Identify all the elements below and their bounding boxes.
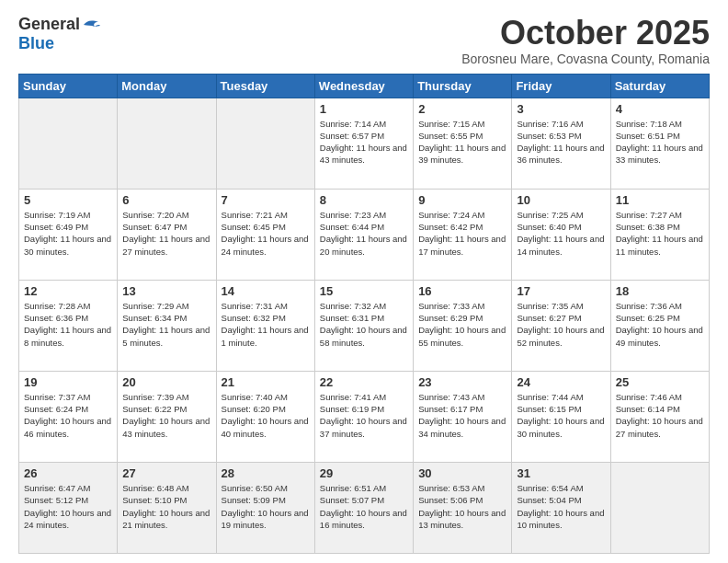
day-info: Sunrise: 7:16 AM Sunset: 6:53 PM Dayligh… (517, 118, 605, 167)
table-row: 19Sunrise: 7:37 AM Sunset: 6:24 PM Dayli… (19, 371, 118, 462)
day-number: 11 (616, 193, 704, 207)
table-row (19, 98, 118, 189)
table-row (610, 462, 709, 553)
day-info: Sunrise: 7:15 AM Sunset: 6:55 PM Dayligh… (418, 118, 506, 167)
header: General Blue October 2025 Borosneu Mare,… (18, 15, 710, 66)
table-row: 17Sunrise: 7:35 AM Sunset: 6:27 PM Dayli… (512, 280, 610, 371)
day-info: Sunrise: 7:19 AM Sunset: 6:49 PM Dayligh… (24, 209, 112, 258)
table-row: 2Sunrise: 7:15 AM Sunset: 6:55 PM Daylig… (414, 98, 512, 189)
logo-blue-text: Blue (18, 34, 54, 53)
day-info: Sunrise: 7:29 AM Sunset: 6:34 PM Dayligh… (122, 300, 210, 349)
col-sunday: Sunday (19, 74, 118, 98)
subtitle: Borosneu Mare, Covasna County, Romania (461, 52, 710, 66)
calendar-week-row: 26Sunrise: 6:47 AM Sunset: 5:12 PM Dayli… (19, 462, 710, 553)
day-number: 24 (517, 375, 605, 389)
col-tuesday: Tuesday (216, 74, 314, 98)
table-row: 18Sunrise: 7:36 AM Sunset: 6:25 PM Dayli… (610, 280, 709, 371)
table-row: 10Sunrise: 7:25 AM Sunset: 6:40 PM Dayli… (512, 189, 610, 280)
day-info: Sunrise: 6:47 AM Sunset: 5:12 PM Dayligh… (24, 482, 112, 531)
table-row: 11Sunrise: 7:27 AM Sunset: 6:38 PM Dayli… (610, 189, 709, 280)
calendar-week-row: 1Sunrise: 7:14 AM Sunset: 6:57 PM Daylig… (19, 98, 710, 189)
day-number: 22 (320, 375, 408, 389)
day-number: 19 (24, 375, 112, 389)
table-row: 9Sunrise: 7:24 AM Sunset: 6:42 PM Daylig… (414, 189, 512, 280)
day-number: 29 (320, 466, 408, 480)
day-number: 18 (616, 284, 704, 298)
day-number: 23 (418, 375, 506, 389)
table-row: 27Sunrise: 6:48 AM Sunset: 5:10 PM Dayli… (118, 462, 216, 553)
day-number: 21 (222, 375, 310, 389)
day-info: Sunrise: 7:41 AM Sunset: 6:19 PM Dayligh… (320, 391, 408, 440)
day-number: 5 (24, 193, 112, 207)
col-wednesday: Wednesday (314, 74, 413, 98)
day-info: Sunrise: 7:36 AM Sunset: 6:25 PM Dayligh… (616, 300, 704, 349)
title-section: October 2025 Borosneu Mare, Covasna Coun… (461, 15, 710, 66)
table-row: 29Sunrise: 6:51 AM Sunset: 5:07 PM Dayli… (314, 462, 413, 553)
day-info: Sunrise: 7:18 AM Sunset: 6:51 PM Dayligh… (616, 118, 704, 167)
day-info: Sunrise: 7:23 AM Sunset: 6:44 PM Dayligh… (320, 209, 408, 258)
day-number: 4 (616, 102, 704, 116)
table-row: 8Sunrise: 7:23 AM Sunset: 6:44 PM Daylig… (314, 189, 413, 280)
table-row: 30Sunrise: 6:53 AM Sunset: 5:06 PM Dayli… (414, 462, 512, 553)
day-info: Sunrise: 7:43 AM Sunset: 6:17 PM Dayligh… (418, 391, 506, 440)
day-number: 3 (517, 102, 605, 116)
day-info: Sunrise: 7:20 AM Sunset: 6:47 PM Dayligh… (122, 209, 210, 258)
col-monday: Monday (118, 74, 216, 98)
day-info: Sunrise: 7:37 AM Sunset: 6:24 PM Dayligh… (24, 391, 112, 440)
table-row: 7Sunrise: 7:21 AM Sunset: 6:45 PM Daylig… (216, 189, 314, 280)
day-number: 17 (517, 284, 605, 298)
table-row: 21Sunrise: 7:40 AM Sunset: 6:20 PM Dayli… (216, 371, 314, 462)
table-row: 3Sunrise: 7:16 AM Sunset: 6:53 PM Daylig… (512, 98, 610, 189)
day-info: Sunrise: 7:28 AM Sunset: 6:36 PM Dayligh… (24, 300, 112, 349)
day-info: Sunrise: 7:44 AM Sunset: 6:15 PM Dayligh… (517, 391, 605, 440)
day-info: Sunrise: 7:21 AM Sunset: 6:45 PM Dayligh… (222, 209, 310, 258)
month-title: October 2025 (461, 15, 710, 52)
table-row: 26Sunrise: 6:47 AM Sunset: 5:12 PM Dayli… (19, 462, 118, 553)
table-row: 31Sunrise: 6:54 AM Sunset: 5:04 PM Dayli… (512, 462, 610, 553)
table-row: 1Sunrise: 7:14 AM Sunset: 6:57 PM Daylig… (314, 98, 413, 189)
table-row: 14Sunrise: 7:31 AM Sunset: 6:32 PM Dayli… (216, 280, 314, 371)
day-info: Sunrise: 6:54 AM Sunset: 5:04 PM Dayligh… (517, 482, 605, 531)
table-row: 24Sunrise: 7:44 AM Sunset: 6:15 PM Dayli… (512, 371, 610, 462)
day-number: 25 (616, 375, 704, 389)
day-info: Sunrise: 7:39 AM Sunset: 6:22 PM Dayligh… (122, 391, 210, 440)
day-info: Sunrise: 7:27 AM Sunset: 6:38 PM Dayligh… (616, 209, 704, 258)
day-number: 6 (122, 193, 210, 207)
table-row: 23Sunrise: 7:43 AM Sunset: 6:17 PM Dayli… (414, 371, 512, 462)
day-info: Sunrise: 7:35 AM Sunset: 6:27 PM Dayligh… (517, 300, 605, 349)
day-number: 31 (517, 466, 605, 480)
day-number: 15 (320, 284, 408, 298)
table-row (118, 98, 216, 189)
calendar-header-row: Sunday Monday Tuesday Wednesday Thursday… (19, 74, 710, 98)
day-info: Sunrise: 7:46 AM Sunset: 6:14 PM Dayligh… (616, 391, 704, 440)
day-number: 14 (222, 284, 310, 298)
day-info: Sunrise: 7:32 AM Sunset: 6:31 PM Dayligh… (320, 300, 408, 349)
day-number: 30 (418, 466, 506, 480)
day-number: 12 (24, 284, 112, 298)
day-info: Sunrise: 6:50 AM Sunset: 5:09 PM Dayligh… (222, 482, 310, 531)
table-row: 6Sunrise: 7:20 AM Sunset: 6:47 PM Daylig… (118, 189, 216, 280)
day-info: Sunrise: 7:31 AM Sunset: 6:32 PM Dayligh… (222, 300, 310, 349)
calendar-table: Sunday Monday Tuesday Wednesday Thursday… (18, 74, 710, 554)
table-row: 5Sunrise: 7:19 AM Sunset: 6:49 PM Daylig… (19, 189, 118, 280)
day-info: Sunrise: 7:25 AM Sunset: 6:40 PM Dayligh… (517, 209, 605, 258)
table-row: 20Sunrise: 7:39 AM Sunset: 6:22 PM Dayli… (118, 371, 216, 462)
day-info: Sunrise: 7:14 AM Sunset: 6:57 PM Dayligh… (320, 118, 408, 167)
col-friday: Friday (512, 74, 610, 98)
day-number: 16 (418, 284, 506, 298)
day-number: 7 (222, 193, 310, 207)
table-row: 4Sunrise: 7:18 AM Sunset: 6:51 PM Daylig… (610, 98, 709, 189)
logo-general-text: General (18, 15, 80, 34)
day-number: 9 (418, 193, 506, 207)
table-row: 12Sunrise: 7:28 AM Sunset: 6:36 PM Dayli… (19, 280, 118, 371)
logo-bird-icon (82, 17, 100, 32)
table-row: 25Sunrise: 7:46 AM Sunset: 6:14 PM Dayli… (610, 371, 709, 462)
day-info: Sunrise: 6:51 AM Sunset: 5:07 PM Dayligh… (320, 482, 408, 531)
day-info: Sunrise: 7:24 AM Sunset: 6:42 PM Dayligh… (418, 209, 506, 258)
day-number: 2 (418, 102, 506, 116)
table-row: 16Sunrise: 7:33 AM Sunset: 6:29 PM Dayli… (414, 280, 512, 371)
col-thursday: Thursday (414, 74, 512, 98)
table-row: 13Sunrise: 7:29 AM Sunset: 6:34 PM Dayli… (118, 280, 216, 371)
day-info: Sunrise: 6:48 AM Sunset: 5:10 PM Dayligh… (122, 482, 210, 531)
day-info: Sunrise: 7:40 AM Sunset: 6:20 PM Dayligh… (222, 391, 310, 440)
